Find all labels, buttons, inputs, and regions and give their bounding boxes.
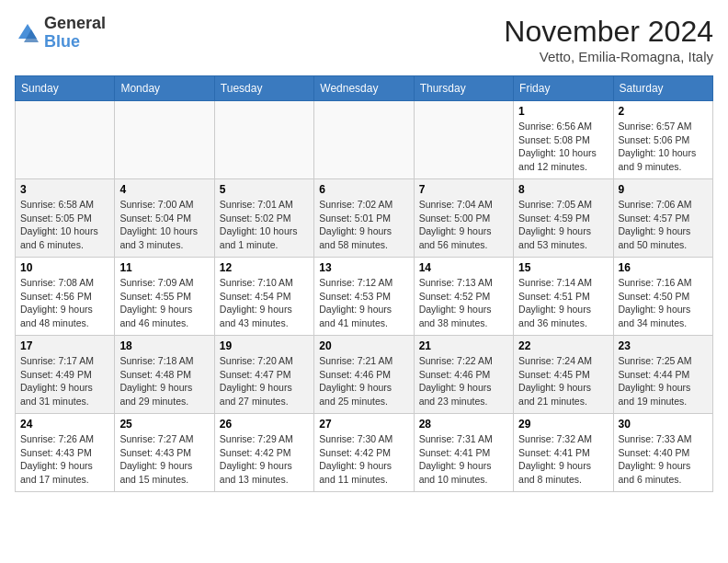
calendar-cell: 10Sunrise: 7:08 AMSunset: 4:56 PMDayligh…: [16, 258, 115, 336]
calendar-cell: 16Sunrise: 7:16 AMSunset: 4:50 PMDayligh…: [613, 258, 712, 336]
calendar-cell: 7Sunrise: 7:04 AMSunset: 5:00 PMDaylight…: [414, 179, 513, 258]
day-info: Sunrise: 7:17 AMSunset: 4:49 PMDaylight:…: [20, 354, 109, 408]
calendar-cell: 6Sunrise: 7:02 AMSunset: 5:01 PMDaylight…: [314, 179, 414, 258]
calendar-cell: 17Sunrise: 7:17 AMSunset: 4:49 PMDayligh…: [16, 336, 115, 414]
day-number: 28: [419, 418, 508, 431]
calendar-cell: 18Sunrise: 7:18 AMSunset: 4:48 PMDayligh…: [115, 336, 214, 414]
day-info: Sunrise: 7:26 AMSunset: 4:43 PMDaylight:…: [20, 432, 109, 487]
day-info: Sunrise: 6:56 AMSunset: 5:08 PMDaylight:…: [518, 120, 608, 174]
calendar-week-row: 3Sunrise: 6:58 AMSunset: 5:05 PMDaylight…: [16, 179, 713, 258]
day-number: 23: [619, 339, 708, 352]
day-info: Sunrise: 7:14 AMSunset: 4:51 PMDaylight:…: [518, 276, 608, 330]
calendar-cell: 8Sunrise: 7:05 AMSunset: 4:59 PMDaylight…: [514, 179, 613, 258]
calendar-cell: [214, 101, 313, 179]
weekday-header: Saturday: [613, 76, 712, 101]
weekday-header: Tuesday: [214, 76, 313, 101]
day-number: 2: [619, 105, 708, 118]
day-info: Sunrise: 7:32 AMSunset: 4:41 PMDaylight:…: [518, 432, 608, 487]
title-block: November 2024 Vetto, Emilia-Romagna, Ita…: [504, 15, 713, 64]
day-info: Sunrise: 7:06 AMSunset: 4:57 PMDaylight:…: [619, 198, 708, 252]
calendar-cell: 29Sunrise: 7:32 AMSunset: 4:41 PMDayligh…: [514, 414, 613, 492]
day-number: 3: [20, 183, 109, 196]
day-number: 6: [319, 183, 408, 196]
calendar-cell: [314, 101, 414, 179]
day-info: Sunrise: 7:16 AMSunset: 4:50 PMDaylight:…: [619, 276, 708, 330]
logo-text: General Blue: [44, 15, 106, 52]
calendar-cell: [414, 101, 513, 179]
calendar-cell: 30Sunrise: 7:33 AMSunset: 4:40 PMDayligh…: [613, 414, 712, 492]
calendar-table: SundayMondayTuesdayWednesdayThursdayFrid…: [15, 75, 713, 492]
day-info: Sunrise: 7:18 AMSunset: 4:48 PMDaylight:…: [119, 354, 209, 408]
day-number: 9: [619, 183, 708, 196]
day-number: 29: [518, 418, 608, 431]
day-info: Sunrise: 7:05 AMSunset: 4:59 PMDaylight:…: [518, 198, 608, 252]
calendar-week-row: 24Sunrise: 7:26 AMSunset: 4:43 PMDayligh…: [16, 414, 713, 492]
day-number: 7: [419, 183, 508, 196]
day-number: 13: [319, 261, 408, 274]
day-info: Sunrise: 7:31 AMSunset: 4:41 PMDaylight:…: [419, 432, 508, 487]
day-number: 17: [20, 339, 109, 352]
day-number: 25: [119, 418, 209, 431]
weekday-header: Thursday: [414, 76, 513, 101]
day-info: Sunrise: 7:12 AMSunset: 4:53 PMDaylight:…: [319, 276, 408, 330]
day-number: 19: [220, 339, 309, 352]
calendar-cell: [115, 101, 214, 179]
day-info: Sunrise: 7:09 AMSunset: 4:55 PMDaylight:…: [119, 276, 209, 330]
day-info: Sunrise: 7:27 AMSunset: 4:43 PMDaylight:…: [119, 432, 209, 487]
calendar-cell: 20Sunrise: 7:21 AMSunset: 4:46 PMDayligh…: [314, 336, 414, 414]
calendar-cell: 1Sunrise: 6:56 AMSunset: 5:08 PMDaylight…: [514, 101, 613, 179]
calendar-cell: 13Sunrise: 7:12 AMSunset: 4:53 PMDayligh…: [314, 258, 414, 336]
calendar-cell: 3Sunrise: 6:58 AMSunset: 5:05 PMDaylight…: [16, 179, 115, 258]
calendar-cell: 22Sunrise: 7:24 AMSunset: 4:45 PMDayligh…: [514, 336, 613, 414]
calendar-week-row: 17Sunrise: 7:17 AMSunset: 4:49 PMDayligh…: [16, 336, 713, 414]
weekday-header: Friday: [514, 76, 613, 101]
calendar-cell: 19Sunrise: 7:20 AMSunset: 4:47 PMDayligh…: [214, 336, 313, 414]
calendar-cell: 21Sunrise: 7:22 AMSunset: 4:46 PMDayligh…: [414, 336, 513, 414]
day-number: 18: [119, 339, 209, 352]
weekday-header: Monday: [115, 76, 214, 101]
logo: General Blue: [15, 15, 106, 52]
logo-icon: [15, 20, 40, 46]
day-number: 4: [119, 183, 209, 196]
day-number: 20: [319, 339, 408, 352]
day-info: Sunrise: 6:58 AMSunset: 5:05 PMDaylight:…: [20, 198, 109, 252]
day-info: Sunrise: 7:04 AMSunset: 5:00 PMDaylight:…: [419, 198, 508, 252]
day-number: 11: [119, 261, 209, 274]
day-info: Sunrise: 7:08 AMSunset: 4:56 PMDaylight:…: [20, 276, 109, 330]
day-number: 30: [619, 418, 708, 431]
day-info: Sunrise: 7:00 AMSunset: 5:04 PMDaylight:…: [119, 198, 209, 252]
day-info: Sunrise: 7:20 AMSunset: 4:47 PMDaylight:…: [220, 354, 309, 408]
day-number: 15: [518, 261, 608, 274]
calendar-cell: 24Sunrise: 7:26 AMSunset: 4:43 PMDayligh…: [16, 414, 115, 492]
location: Vetto, Emilia-Romagna, Italy: [504, 49, 713, 64]
day-number: 10: [20, 261, 109, 274]
calendar-week-row: 10Sunrise: 7:08 AMSunset: 4:56 PMDayligh…: [16, 258, 713, 336]
page-header: General Blue November 2024 Vetto, Emilia…: [15, 15, 713, 64]
day-number: 12: [220, 261, 309, 274]
day-number: 16: [619, 261, 708, 274]
calendar-week-row: 1Sunrise: 6:56 AMSunset: 5:08 PMDaylight…: [16, 101, 713, 179]
day-number: 14: [419, 261, 508, 274]
day-info: Sunrise: 7:25 AMSunset: 4:44 PMDaylight:…: [619, 354, 708, 408]
calendar-cell: 11Sunrise: 7:09 AMSunset: 4:55 PMDayligh…: [115, 258, 214, 336]
day-number: 1: [518, 105, 608, 118]
day-number: 24: [20, 418, 109, 431]
calendar-cell: 27Sunrise: 7:30 AMSunset: 4:42 PMDayligh…: [314, 414, 414, 492]
calendar-cell: 26Sunrise: 7:29 AMSunset: 4:42 PMDayligh…: [214, 414, 313, 492]
day-info: Sunrise: 7:02 AMSunset: 5:01 PMDaylight:…: [319, 198, 408, 252]
calendar-cell: 28Sunrise: 7:31 AMSunset: 4:41 PMDayligh…: [414, 414, 513, 492]
calendar-cell: 12Sunrise: 7:10 AMSunset: 4:54 PMDayligh…: [214, 258, 313, 336]
weekday-header: Wednesday: [314, 76, 414, 101]
day-info: Sunrise: 6:57 AMSunset: 5:06 PMDaylight:…: [619, 120, 708, 174]
day-number: 27: [319, 418, 408, 431]
day-number: 21: [419, 339, 508, 352]
calendar-cell: 4Sunrise: 7:00 AMSunset: 5:04 PMDaylight…: [115, 179, 214, 258]
day-info: Sunrise: 7:01 AMSunset: 5:02 PMDaylight:…: [220, 198, 309, 252]
month-title: November 2024: [504, 15, 713, 49]
weekday-header-row: SundayMondayTuesdayWednesdayThursdayFrid…: [16, 76, 713, 101]
day-info: Sunrise: 7:30 AMSunset: 4:42 PMDaylight:…: [319, 432, 408, 487]
calendar-cell: 5Sunrise: 7:01 AMSunset: 5:02 PMDaylight…: [214, 179, 313, 258]
day-info: Sunrise: 7:13 AMSunset: 4:52 PMDaylight:…: [419, 276, 508, 330]
calendar-cell: [16, 101, 115, 179]
day-number: 5: [220, 183, 309, 196]
